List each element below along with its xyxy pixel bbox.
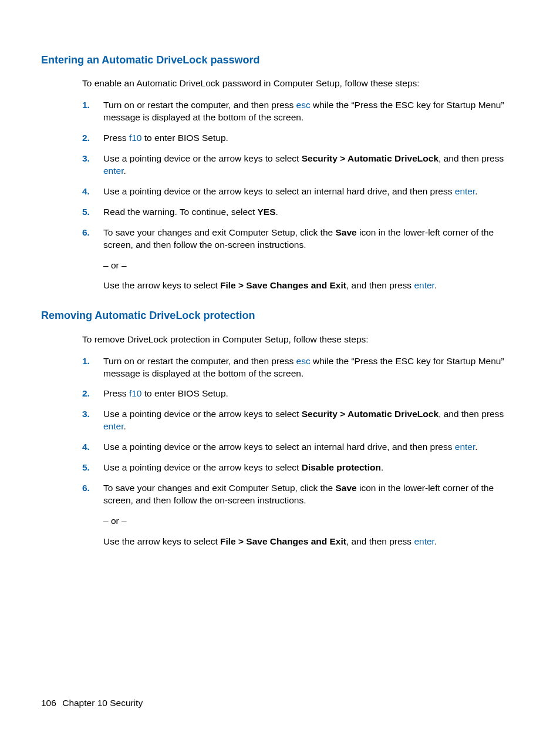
step-number: 5. bbox=[82, 206, 103, 219]
text-run: . bbox=[434, 280, 437, 290]
step-text: To save your changes and exit Computer S… bbox=[103, 482, 519, 507]
bold-text: Save bbox=[335, 483, 356, 493]
intro-text: To remove DriveLock protection in Comput… bbox=[82, 334, 519, 346]
step-body: To save your changes and exit Computer S… bbox=[103, 227, 519, 293]
step-number: 1. bbox=[82, 355, 103, 368]
step-body: Use a pointing device or the arrow keys … bbox=[103, 408, 519, 433]
text-run: Press bbox=[103, 133, 129, 143]
text-run: , and then press bbox=[346, 536, 414, 546]
step-body: Turn on or restart the computer, and the… bbox=[103, 99, 519, 124]
chapter-label: Chapter 10 Security bbox=[62, 698, 143, 708]
step-number: 2. bbox=[82, 132, 103, 145]
step-item: 5. Read the warning. To continue, select… bbox=[82, 206, 519, 219]
text-run: To save your changes and exit Computer S… bbox=[103, 227, 335, 237]
text-run: . bbox=[123, 166, 126, 176]
step-text: Read the warning. To continue, select YE… bbox=[103, 206, 519, 219]
step-body: Use a pointing device or the arrow keys … bbox=[103, 441, 519, 453]
text-run: . bbox=[434, 536, 437, 546]
text-run: Use a pointing device or the arrow keys … bbox=[103, 186, 455, 196]
text-run: , and then press bbox=[438, 409, 504, 419]
page-number: 106 bbox=[41, 698, 56, 708]
bold-text: Security > Automatic DriveLock bbox=[302, 409, 438, 419]
step-text: Use a pointing device or the arrow keys … bbox=[103, 462, 519, 474]
text-run: To save your changes and exit Computer S… bbox=[103, 483, 335, 493]
key-enter: enter bbox=[103, 421, 123, 431]
step-body: Turn on or restart the computer, and the… bbox=[103, 355, 519, 380]
text-run: Use a pointing device or the arrow keys … bbox=[103, 462, 302, 472]
step-text: To save your changes and exit Computer S… bbox=[103, 227, 519, 251]
bold-text: File > Save Changes and Exit bbox=[220, 536, 346, 546]
step-text: Use a pointing device or the arrow keys … bbox=[103, 153, 519, 177]
text-run: Turn on or restart the computer, and the… bbox=[103, 100, 296, 110]
text-run: , and then press bbox=[346, 280, 414, 290]
key-enter: enter bbox=[103, 166, 123, 176]
step-item: 6. To save your changes and exit Compute… bbox=[82, 482, 519, 548]
section-heading-entering: Entering an Automatic DriveLock password bbox=[41, 53, 519, 67]
step-text: Use the arrow keys to select File > Save… bbox=[103, 536, 519, 548]
text-run: , and then press bbox=[438, 153, 504, 163]
text-run: Press bbox=[103, 388, 129, 398]
step-text: Turn on or restart the computer, and the… bbox=[103, 355, 519, 380]
key-f10: f10 bbox=[129, 388, 142, 398]
step-number: 6. bbox=[82, 227, 103, 239]
text-run: . bbox=[276, 207, 278, 217]
step-number: 6. bbox=[82, 482, 103, 495]
step-text: Use a pointing device or the arrow keys … bbox=[103, 408, 519, 433]
step-body: To save your changes and exit Computer S… bbox=[103, 482, 519, 548]
key-esc: esc bbox=[296, 100, 311, 110]
step-number: 2. bbox=[82, 388, 103, 400]
step-text: Press f10 to enter BIOS Setup. bbox=[103, 132, 519, 145]
key-enter: enter bbox=[414, 536, 434, 546]
or-text: – or – bbox=[103, 260, 519, 272]
step-text: Use the arrow keys to select File > Save… bbox=[103, 280, 519, 292]
bold-text: YES bbox=[258, 207, 276, 217]
step-text: Turn on or restart the computer, and the… bbox=[103, 99, 519, 124]
text-run: Use the arrow keys to select bbox=[103, 536, 220, 546]
step-text: Use a pointing device or the arrow keys … bbox=[103, 441, 519, 453]
text-run: Use a pointing device or the arrow keys … bbox=[103, 153, 302, 163]
intro-text: To enable an Automatic DriveLock passwor… bbox=[82, 78, 519, 90]
bold-text: Save bbox=[335, 227, 356, 237]
step-number: 3. bbox=[82, 408, 103, 421]
step-body: Press f10 to enter BIOS Setup. bbox=[103, 132, 519, 145]
step-body: Use a pointing device or the arrow keys … bbox=[103, 186, 519, 198]
bold-text: Disable protection bbox=[302, 462, 381, 472]
text-run: Use the arrow keys to select bbox=[103, 280, 220, 290]
text-run: Turn on or restart the computer, and the… bbox=[103, 356, 296, 366]
text-run: . bbox=[381, 462, 383, 472]
key-esc: esc bbox=[296, 356, 311, 366]
step-item: 1. Turn on or restart the computer, and … bbox=[82, 99, 519, 124]
step-item: 4. Use a pointing device or the arrow ke… bbox=[82, 186, 519, 198]
step-item: 1. Turn on or restart the computer, and … bbox=[82, 355, 519, 380]
step-item: 4. Use a pointing device or the arrow ke… bbox=[82, 441, 519, 453]
text-run: Use a pointing device or the arrow keys … bbox=[103, 409, 302, 419]
page-content: Entering an Automatic DriveLock password… bbox=[0, 0, 560, 548]
bold-text: Security > Automatic DriveLock bbox=[302, 153, 438, 163]
steps-list-2: 1. Turn on or restart the computer, and … bbox=[82, 355, 519, 548]
step-item: 6. To save your changes and exit Compute… bbox=[82, 227, 519, 293]
page-footer: 106 Chapter 10 Security bbox=[41, 697, 143, 710]
text-run: Read the warning. To continue, select bbox=[103, 207, 258, 217]
key-enter: enter bbox=[455, 442, 475, 452]
step-item: 3. Use a pointing device or the arrow ke… bbox=[82, 408, 519, 433]
text-run: . bbox=[475, 186, 477, 196]
step-number: 1. bbox=[82, 99, 103, 112]
step-text: Press f10 to enter BIOS Setup. bbox=[103, 388, 519, 400]
step-text: Use a pointing device or the arrow keys … bbox=[103, 186, 519, 198]
step-item: 2. Press f10 to enter BIOS Setup. bbox=[82, 132, 519, 145]
step-item: 5. Use a pointing device or the arrow ke… bbox=[82, 462, 519, 474]
text-run: . bbox=[475, 442, 477, 452]
key-enter: enter bbox=[414, 280, 434, 290]
step-number: 5. bbox=[82, 462, 103, 474]
section-heading-removing: Removing Automatic DriveLock protection bbox=[41, 308, 519, 322]
or-text: – or – bbox=[103, 515, 519, 527]
step-body: Press f10 to enter BIOS Setup. bbox=[103, 388, 519, 400]
step-number: 3. bbox=[82, 153, 103, 165]
step-body: Use a pointing device or the arrow keys … bbox=[103, 462, 519, 474]
step-item: 2. Press f10 to enter BIOS Setup. bbox=[82, 388, 519, 400]
text-run: to enter BIOS Setup. bbox=[142, 388, 228, 398]
steps-list-1: 1. Turn on or restart the computer, and … bbox=[82, 99, 519, 292]
step-body: Use a pointing device or the arrow keys … bbox=[103, 153, 519, 177]
step-number: 4. bbox=[82, 441, 103, 453]
text-run: Use a pointing device or the arrow keys … bbox=[103, 442, 455, 452]
